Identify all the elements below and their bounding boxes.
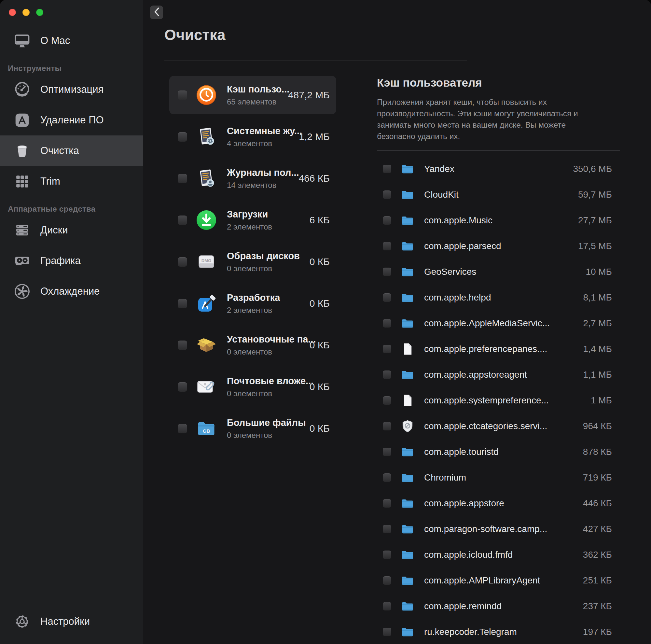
sidebar-nav: О MacИнструментыОптимизацияУдаление ПООч…: [0, 0, 143, 307]
cache-row[interactable]: com.apple.helpd8,1 МБ: [377, 284, 620, 310]
folder-icon: [401, 574, 414, 587]
back-button[interactable]: [150, 5, 163, 19]
sidebar-item-trim[interactable]: Trim: [0, 166, 143, 197]
cleanup-row-count: 14 элементов: [227, 181, 299, 190]
checkbox[interactable]: [178, 91, 187, 100]
checkbox[interactable]: [383, 628, 391, 636]
checkbox[interactable]: [178, 424, 187, 433]
sidebar-item-disks[interactable]: Диски: [0, 215, 143, 245]
sidebar-footer: Настройки: [0, 606, 143, 637]
cache-row-size: 1,1 МБ: [583, 370, 620, 380]
cleanup-row-size: 0 КБ: [310, 256, 330, 267]
cache-row[interactable]: com.apple.AppleMediaServic...2,7 МБ: [377, 310, 620, 336]
cache-row[interactable]: CloudKit59,7 МБ: [377, 182, 620, 207]
checkbox[interactable]: [178, 299, 187, 308]
cache-row-name: com.apple.touristd: [424, 447, 499, 457]
sidebar-item-optimization[interactable]: Оптимизация: [0, 74, 143, 105]
sidebar-item-about-mac[interactable]: О Mac: [0, 25, 143, 56]
chevron-left-icon: [154, 7, 159, 18]
checkbox[interactable]: [178, 382, 187, 392]
folder-icon: [401, 625, 414, 639]
checkbox[interactable]: [383, 422, 391, 430]
cache-row[interactable]: com.apple.Music27,7 МБ: [377, 207, 620, 233]
cache-row-name: com.apple.AMPLibraryAgent: [424, 575, 540, 586]
cleanup-row[interactable]: Загрузки2 элементов6 КБ: [169, 199, 336, 241]
folder-icon: [401, 162, 414, 176]
cache-row[interactable]: com.apple.AMPLibraryAgent251 КБ: [377, 568, 620, 593]
sidebar-item-cleanup[interactable]: Очистка: [0, 135, 143, 166]
cache-row-size: 237 КБ: [583, 601, 620, 611]
close-button[interactable]: [9, 9, 16, 16]
checkbox[interactable]: [383, 473, 391, 482]
cleanup-row[interactable]: Журналы пол...14 элементов466 КБ: [169, 158, 336, 199]
cleanup-row[interactable]: Кэш пользо...65 элементов487,2 МБ: [169, 74, 336, 116]
cleanup-row-size: 487,2 МБ: [288, 90, 330, 101]
checkbox[interactable]: [383, 525, 391, 533]
bucket-icon: [13, 142, 31, 160]
checkbox[interactable]: [178, 341, 187, 350]
checkbox[interactable]: [383, 551, 391, 559]
cache-row-size: 8,1 МБ: [583, 293, 620, 303]
cache-row[interactable]: com.apple.parsecd17,5 МБ: [377, 233, 620, 259]
cache-row-name: com.apple.remindd: [424, 601, 502, 611]
checkbox[interactable]: [383, 370, 391, 379]
cleanup-row-size: 6 КБ: [310, 215, 330, 226]
cache-row[interactable]: com.apple.touristd878 КБ: [377, 439, 620, 465]
cleanup-row[interactable]: DMGОбразы дисков0 элементов0 КБ: [169, 241, 336, 283]
cache-row-name: com.apple.preferencepanes....: [424, 344, 547, 354]
folder-icon: [401, 239, 414, 253]
sidebar-item-settings[interactable]: Настройки: [0, 606, 143, 637]
cleanup-row-name: Образы дисков: [227, 251, 300, 262]
cache-row[interactable]: com.paragon-software.camp...427 КБ: [377, 516, 620, 542]
checkbox[interactable]: [178, 132, 187, 142]
checkbox[interactable]: [383, 268, 391, 276]
cache-row[interactable]: GeoServices10 МБ: [377, 259, 620, 284]
checkbox[interactable]: [178, 216, 187, 225]
checkbox[interactable]: [383, 576, 391, 585]
cleanup-row-text: Установочные па...0 элементов: [227, 334, 310, 357]
cleanup-row[interactable]: Системные жу...4 элементов1,2 МБ: [169, 116, 336, 158]
zoom-button[interactable]: [36, 9, 43, 16]
cache-row[interactable]: com.apple.ctcategories.servi...964 КБ: [377, 413, 620, 439]
cache-row[interactable]: Yandex350,6 МБ: [377, 156, 620, 182]
cleanup-row-size: 0 КБ: [310, 340, 330, 351]
document-icon: [401, 342, 414, 356]
checkbox[interactable]: [383, 242, 391, 250]
checkbox[interactable]: [383, 165, 391, 173]
cleanup-row[interactable]: Почтовые вложе...0 элементов0 КБ: [169, 366, 336, 408]
development-icon: [196, 293, 217, 314]
checkbox[interactable]: [383, 602, 391, 610]
sidebar-item-uninstall[interactable]: Удаление ПО: [0, 105, 143, 135]
checkbox[interactable]: [383, 448, 391, 456]
cache-row[interactable]: com.apple.systempreference...1 МБ: [377, 388, 620, 413]
cache-row[interactable]: com.apple.icloud.fmfd362 КБ: [377, 542, 620, 568]
checkbox[interactable]: [383, 345, 391, 353]
user-cache-icon: [196, 85, 217, 105]
cleanup-row-name: Системные жу...: [227, 126, 299, 136]
cleanup-row[interactable]: Разработка2 элементов0 КБ: [169, 283, 336, 324]
checkbox[interactable]: [383, 319, 391, 328]
cache-row[interactable]: ru.keepcoder.Telegram197 КБ: [377, 619, 620, 644]
checkbox[interactable]: [383, 499, 391, 508]
detail-description: Приложения хранят кеши, чтобы повысить и…: [377, 96, 589, 142]
checkbox[interactable]: [383, 396, 391, 405]
checkbox[interactable]: [383, 190, 391, 199]
sidebar-item-label: Очистка: [40, 145, 79, 157]
checkbox[interactable]: [383, 216, 391, 225]
cache-row[interactable]: com.apple.appstore446 КБ: [377, 490, 620, 516]
cache-row[interactable]: Chromium719 КБ: [377, 465, 620, 490]
cache-row[interactable]: com.apple.preferencepanes....1,4 МБ: [377, 336, 620, 362]
cache-row[interactable]: com.apple.appstoreagent1,1 МБ: [377, 362, 620, 388]
sidebar-item-cooling[interactable]: Охлаждение: [0, 276, 143, 307]
cache-row-name: com.apple.AppleMediaServic...: [424, 318, 550, 329]
cleanup-row-text: Загрузки2 элементов: [227, 209, 272, 232]
minimize-button[interactable]: [23, 9, 30, 16]
checkbox[interactable]: [383, 293, 391, 302]
checkbox[interactable]: [178, 257, 187, 267]
checkbox[interactable]: [178, 174, 187, 183]
cache-row[interactable]: com.apple.remindd237 КБ: [377, 593, 620, 619]
sidebar-item-graphics[interactable]: Графика: [0, 245, 143, 276]
cache-row-name: com.apple.appstoreagent: [424, 370, 527, 380]
cleanup-row[interactable]: Установочные па...0 элементов0 КБ: [169, 324, 336, 366]
cleanup-row[interactable]: GBБольшие файлы0 элементов0 КБ: [169, 408, 336, 449]
